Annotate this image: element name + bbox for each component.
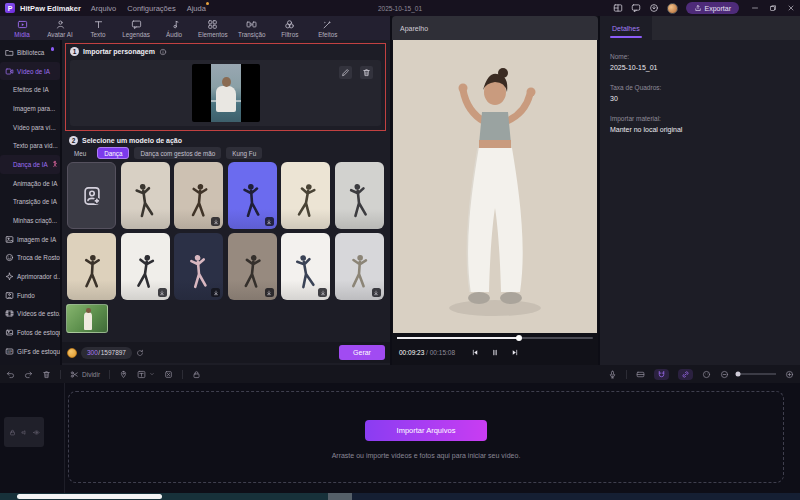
text-tool-tool-button[interactable] [137,370,155,379]
dance-model-card-1[interactable] [121,162,170,229]
sidebar-item-transi-o-de-ia[interactable]: Transição de IA [0,193,60,212]
ribbon-tab-legendas[interactable]: Legendas [118,16,154,40]
sidebar-item-efeitos-de-ia[interactable]: Efeitos de IA [0,80,60,99]
ribbon-tab-mídia[interactable]: Mídia [4,16,40,40]
download-badge [265,217,274,226]
edit-character-button[interactable] [339,66,352,79]
dance-model-card-6[interactable] [67,233,116,300]
sidebar-item-v-deo-de-ia[interactable]: Vídeo de IA [0,62,60,81]
add-custom-model-card[interactable] [67,162,116,229]
ribbon-tab-filtros[interactable]: Filtros [272,16,308,40]
lock-tool-button[interactable] [192,370,201,379]
sidebar-item-v-deo-para-v-[interactable]: Vídeo para ví... [0,118,60,137]
sidebar-item-fotos-de-estoque[interactable]: Fotos de estoque [0,323,60,342]
crop-del-tool-button[interactable] [164,370,173,379]
magnet-tool-button[interactable] [654,369,669,380]
next-frame-button[interactable] [511,348,520,357]
link-tool-button[interactable] [678,369,693,380]
model-tab-dan-a[interactable]: Dança [97,147,129,159]
undo-tool-button[interactable] [6,370,15,379]
horizontal-scrollbar[interactable] [0,493,800,500]
current-time: 00:09:23 [399,349,424,356]
film-tool-button[interactable] [636,370,645,379]
dance-model-card-7[interactable] [121,233,170,300]
scissors-tool-button[interactable]: Dividir [70,370,100,379]
track-lock-button[interactable] [9,429,16,436]
media-dropzone[interactable]: Importar Arquivos Arraste ou importe víd… [68,391,784,483]
user-avatar[interactable] [667,3,678,14]
coin-icon [67,348,77,358]
ribbon-tab-áudio[interactable]: Áudio [156,16,192,40]
track-speaker-button[interactable] [21,429,28,436]
mic-tool-button[interactable] [608,370,617,379]
track-eye-button[interactable] [33,429,40,436]
menu-arquivo[interactable]: Arquivo [91,4,116,13]
generate-button[interactable]: Gerar [339,345,385,360]
model-tab-kung-fu[interactable]: Kung Fu [226,147,262,159]
restore-button[interactable] [769,4,777,12]
export-button[interactable]: Exportar [686,2,739,14]
zoom-slider-knob[interactable] [736,372,741,377]
pin-tool-button[interactable] [119,370,128,379]
sidebar-item-imagem-de-ia[interactable]: Imagem de IA [0,230,60,249]
progress-handle[interactable] [516,335,522,341]
mask-tool-button[interactable] [702,370,711,379]
step-1-badge: 1 [70,47,79,56]
scrollbar-thumb[interactable] [17,494,162,499]
imported-character-thumbnail[interactable] [192,64,260,122]
previous-frame-button[interactable] [471,348,480,357]
sidebar-item-aprimorador-d-[interactable]: Aprimorador d... [0,267,60,286]
ribbon-tab-elementos[interactable]: Elementos [194,16,232,40]
sidebar-item-anima-o-de-ia[interactable]: Animação de IA [0,174,60,193]
pause-button[interactable] [491,348,500,357]
trash-tool-button[interactable] [42,370,51,379]
folder-icon [5,48,14,57]
sidebar-item-minhas-cria-[interactable]: Minhas criaçõ... [0,211,60,230]
ribbon-tab-avatar-ai[interactable]: Avatar AI [42,16,78,40]
sidebar-item-dan-a-de-ia[interactable]: Dança de IA [0,155,60,174]
dance-model-card-4[interactable] [281,162,330,229]
select-model-title: Selecione um modelo de ação [82,137,182,144]
delete-character-button[interactable] [360,66,373,79]
dl-clock-button[interactable] [649,3,659,13]
zoom-out-tool-button[interactable] [720,370,729,379]
dance-model-card-2[interactable] [174,162,223,229]
refresh-credits-button[interactable] [136,349,144,357]
timeline-zoom-slider[interactable] [738,373,776,375]
chat-button[interactable] [631,3,641,13]
sidebar-item-gifs-de-estoque[interactable]: GIFGIFs de estoque [0,342,60,361]
detail-field: Taxa de Quadros:30 [610,84,790,102]
sidebar-item-v-deos-de-esto-[interactable]: Vídeos de esto... [0,305,60,324]
ribbon-tab-texto[interactable]: Texto [80,16,116,40]
ribbon-tab-transição[interactable]: Transição [234,16,270,40]
close-button[interactable] [787,4,795,12]
playback-progress-bar[interactable] [397,337,593,339]
panels-button[interactable] [613,3,623,13]
minimize-button[interactable] [751,4,759,12]
dance-model-card-8[interactable] [174,233,223,300]
menu-configurações[interactable]: Configurações [127,4,175,13]
media-panel: 1 Importar personagem 2 Selecione um mod… [62,40,390,365]
sidebar-item-biblioteca[interactable]: Biblioteca [0,43,60,62]
zoom-in-tool-button[interactable] [785,370,794,379]
dance-model-card-11[interactable] [335,233,384,300]
menu-ajuda[interactable]: Ajuda [187,4,206,13]
model-tab-meu[interactable]: Meu [68,147,92,159]
dance-model-card-3[interactable] [228,162,277,229]
sidebar-item-label: Vídeo de IA [17,68,50,75]
redo-tool-button[interactable] [24,370,33,379]
dance-model-card-10[interactable] [281,233,330,300]
timeline-area: Importar Arquivos Arraste ou importe víd… [0,383,800,493]
sidebar-item-fundo[interactable]: Fundo [0,286,60,305]
generation-queue-thumbnail[interactable] [66,304,108,333]
model-tab-dan-a-com-gestos-de-m-o[interactable]: Dança com gestos de mão [134,147,221,159]
sidebar-item-imagem-para-[interactable]: Imagem para... [0,99,60,118]
dance-model-card-5[interactable] [335,162,384,229]
toolbar-separator [182,370,183,379]
sidebar-item-texto-para-v-d-[interactable]: Texto para víd... [0,136,60,155]
sidebar-item-troca-de-rostos[interactable]: Troca de Rostos [0,249,60,268]
dance-model-card-9[interactable] [228,233,277,300]
ribbon-tab-efeitos[interactable]: Efeitos [310,16,346,40]
import-files-button[interactable]: Importar Arquivos [365,420,487,441]
tab-details[interactable]: Detalhes [600,16,652,40]
